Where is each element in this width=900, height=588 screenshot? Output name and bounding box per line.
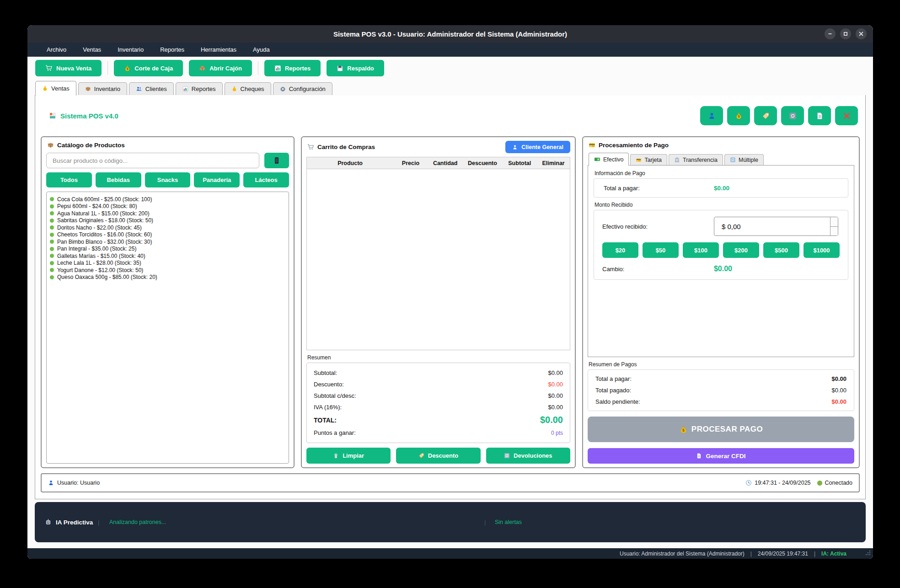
multiple-icon bbox=[730, 157, 736, 163]
devoluciones-button[interactable]: Devoluciones bbox=[486, 448, 570, 464]
backup-button[interactable]: Respaldo bbox=[327, 60, 384, 76]
minimize-button[interactable] bbox=[825, 28, 836, 39]
cash-cut-button[interactable]: $ Corte de Caja bbox=[114, 60, 183, 76]
cart-top-row: Carrito de Compras Cliente General bbox=[306, 141, 570, 153]
menu-reportes[interactable]: Reportes bbox=[160, 46, 184, 53]
tab-cheques[interactable]: Cheques bbox=[225, 82, 271, 95]
product-label: Cheetos Torciditos - $16.00 (Stock: 60) bbox=[57, 231, 152, 238]
session-status-bar: Usuario: Usuario 19:47:31 - 24/09/2025 C… bbox=[41, 473, 860, 492]
tab-reportes[interactable]: Reportes bbox=[176, 82, 223, 95]
paytab-efectivo[interactable]: Efectivo bbox=[589, 153, 629, 166]
maximize-button[interactable] bbox=[840, 28, 851, 39]
quick-1000-button[interactable]: $1000 bbox=[804, 242, 840, 258]
cash-received-spinner[interactable] bbox=[714, 217, 838, 236]
monto-recibido-box: Efectivo recibido: $20 $50 bbox=[594, 210, 848, 280]
cart-table-body[interactable] bbox=[306, 169, 570, 350]
sync-action-button[interactable] bbox=[781, 106, 804, 125]
new-sale-button[interactable]: Nueva Venta bbox=[35, 60, 102, 76]
tab-reportes-label: Reportes bbox=[192, 86, 216, 92]
iva-label: IVA (16%): bbox=[314, 404, 342, 411]
quick-200-button[interactable]: $200 bbox=[723, 242, 759, 258]
product-item[interactable]: Agua Natural 1L - $15.00 (Stock: 200) bbox=[50, 210, 285, 217]
paytab-tarjeta[interactable]: Tarjeta bbox=[630, 154, 667, 165]
category-todos-button[interactable]: Todos bbox=[46, 172, 92, 187]
cash-action-button[interactable]: $ bbox=[727, 106, 750, 125]
document-action-button[interactable] bbox=[808, 106, 831, 125]
category-snacks-button[interactable]: Snacks bbox=[145, 172, 191, 187]
cliente-general-button[interactable]: Cliente General bbox=[505, 141, 570, 153]
quick-500-button[interactable]: $500 bbox=[763, 242, 799, 258]
product-item[interactable]: Sabritas Originales - $18.00 (Stock: 50) bbox=[50, 217, 285, 225]
ai-separator: | bbox=[98, 519, 99, 526]
category-bebidas-button[interactable]: Bebidas bbox=[96, 172, 141, 187]
reports-button[interactable]: Reportes bbox=[264, 60, 321, 76]
statusbar-user: Usuario: Administrador del Sistema (Admi… bbox=[620, 551, 745, 557]
product-list[interactable]: Coca Cola 600ml - $25.00 (Stock: 100) Pe… bbox=[46, 192, 289, 464]
product-item[interactable]: Doritos Nacho - $22.00 (Stock: 45) bbox=[50, 224, 285, 231]
cash-received-input[interactable] bbox=[714, 217, 838, 235]
product-item[interactable]: Pan Integral - $35.00 (Stock: 25) bbox=[50, 246, 285, 253]
close-button[interactable] bbox=[856, 28, 867, 39]
menu-archivo[interactable]: Archivo bbox=[47, 46, 66, 53]
quick-amount-buttons: $20 $50 $100 $200 $500 $1000 bbox=[602, 242, 840, 258]
stock-dot-icon bbox=[50, 225, 54, 230]
cancel-action-button[interactable] bbox=[835, 106, 858, 125]
category-buttons: Todos Bebidas Snacks Panadería Lácteos bbox=[46, 172, 289, 187]
spin-up-button[interactable] bbox=[830, 217, 838, 227]
tab-configuracion[interactable]: Configuración bbox=[273, 82, 332, 95]
menu-herramientas[interactable]: Herramientas bbox=[201, 46, 236, 53]
procesar-pago-button[interactable]: $ PROCESAR PAGO bbox=[588, 417, 854, 442]
pay-row-pagado: Total pagado:$0.00 bbox=[595, 385, 846, 396]
barcode-scan-button[interactable] bbox=[264, 153, 289, 168]
cash-cut-label: Corte de Caja bbox=[134, 65, 173, 72]
product-item[interactable]: Pan Bimbo Blanco - $32.00 (Stock: 30) bbox=[50, 238, 285, 246]
paytab-transferencia[interactable]: Transferencia bbox=[669, 154, 723, 165]
minimize-icon bbox=[827, 31, 833, 37]
paytab-multiple[interactable]: Múltiple bbox=[724, 154, 764, 165]
product-item[interactable]: Galletas Marías - $15.00 (Stock: 40) bbox=[50, 252, 285, 260]
clock-icon bbox=[745, 480, 752, 486]
money-bag-icon bbox=[42, 86, 48, 91]
ai-title-label: IA Predictiva bbox=[56, 519, 93, 526]
app-window: Sistema POS v3.0 - Usuario: Administrado… bbox=[27, 25, 873, 559]
product-item[interactable]: Queso Oaxaca 500g - $85.00 (Stock: 20) bbox=[50, 274, 285, 281]
product-item[interactable]: Cheetos Torciditos - $16.00 (Stock: 60) bbox=[50, 231, 285, 239]
resize-grip-icon[interactable] bbox=[865, 550, 871, 557]
cart-actions: Limpiar Descuento Devoluciones bbox=[306, 448, 570, 464]
tab-ventas-label: Ventas bbox=[51, 85, 70, 92]
statusbar-separator: | bbox=[750, 551, 752, 557]
quick-20-button[interactable]: $20 bbox=[602, 242, 638, 258]
cart-summary-label: Resumen bbox=[307, 354, 570, 361]
generar-cfdi-button[interactable]: Generar CFDI bbox=[588, 448, 854, 464]
total-a-pagar-value: $0.00 bbox=[714, 185, 838, 192]
limpiar-button[interactable]: Limpiar bbox=[306, 448, 391, 464]
money-bag-icon: $ bbox=[124, 65, 131, 72]
menu-inventario[interactable]: Inventario bbox=[118, 46, 144, 53]
descuento-button[interactable]: Descuento bbox=[396, 448, 480, 464]
col-descuento: Descuento bbox=[462, 160, 502, 166]
menu-ayuda[interactable]: Ayuda bbox=[253, 46, 270, 53]
summary-row-subtotal: Subtotal:$0.00 bbox=[314, 367, 563, 379]
product-item[interactable]: Coca Cola 600ml - $25.00 (Stock: 100) bbox=[50, 196, 285, 203]
open-drawer-button[interactable]: Abrir Cajón bbox=[189, 60, 252, 76]
tab-clientes[interactable]: Clientes bbox=[129, 82, 174, 95]
stock-dot-icon bbox=[50, 275, 54, 279]
tab-ventas[interactable]: Ventas bbox=[35, 81, 76, 96]
spin-down-button[interactable] bbox=[830, 227, 838, 236]
discount-action-button[interactable] bbox=[754, 106, 777, 125]
quick-100-button[interactable]: $100 bbox=[683, 242, 719, 258]
product-item[interactable]: Yogurt Danone - $12.00 (Stock: 50) bbox=[50, 267, 285, 274]
toolbar: Nueva Venta $ Corte de Caja Abrir Cajón … bbox=[27, 57, 873, 80]
tab-inventario[interactable]: Inventario bbox=[78, 82, 127, 95]
menu-ventas[interactable]: Ventas bbox=[83, 46, 101, 53]
product-item[interactable]: Pepsi 600ml - $24.00 (Stock: 80) bbox=[50, 203, 285, 210]
close-icon bbox=[858, 31, 864, 37]
search-input[interactable] bbox=[46, 153, 259, 168]
category-panaderia-button[interactable]: Panadería bbox=[194, 172, 240, 187]
category-lacteos-button[interactable]: Lácteos bbox=[243, 172, 289, 187]
quick-50-button[interactable]: $50 bbox=[643, 242, 679, 258]
stock-dot-icon bbox=[50, 254, 54, 258]
product-label: Agua Natural 1L - $15.00 (Stock: 200) bbox=[57, 210, 150, 217]
product-item[interactable]: Leche Lala 1L - $28.00 (Stock: 35) bbox=[50, 260, 285, 267]
customer-action-button[interactable] bbox=[700, 106, 723, 125]
